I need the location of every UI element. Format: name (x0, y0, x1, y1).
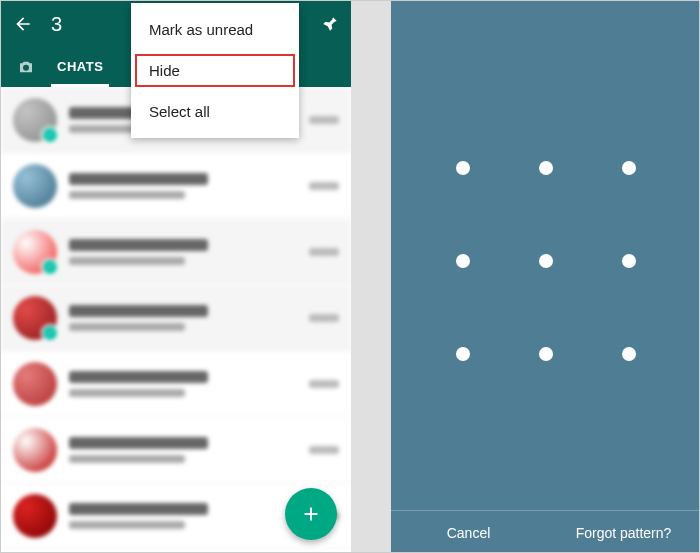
pattern-lock-screen: Cancel Forgot pattern? (391, 1, 700, 553)
tab-chats[interactable]: CHATS (51, 47, 109, 87)
menu-item-select-all[interactable]: Select all (131, 91, 299, 132)
chat-app-screen: 3 CHATS (1, 1, 351, 553)
pattern-dot[interactable] (539, 254, 553, 268)
selected-check-icon (41, 324, 59, 342)
chat-row[interactable] (1, 219, 351, 285)
selected-check-icon (41, 258, 59, 276)
avatar (13, 362, 57, 406)
chat-row[interactable] (1, 285, 351, 351)
pattern-dot[interactable] (456, 254, 470, 268)
avatar (13, 98, 57, 142)
pattern-dot[interactable] (622, 347, 636, 361)
pattern-dot[interactable] (456, 347, 470, 361)
selected-check-icon (41, 126, 59, 144)
selection-count: 3 (51, 13, 62, 36)
pattern-dot[interactable] (539, 347, 553, 361)
chat-row[interactable] (1, 417, 351, 483)
chat-row[interactable] (1, 153, 351, 219)
menu-item-mark-unread[interactable]: Mark as unread (131, 9, 299, 50)
avatar (13, 428, 57, 472)
menu-item-hide[interactable]: Hide (131, 50, 299, 91)
cancel-button[interactable]: Cancel (391, 511, 546, 553)
avatar (13, 296, 57, 340)
chat-row[interactable] (1, 351, 351, 417)
pin-icon[interactable] (321, 15, 339, 33)
pattern-dot[interactable] (456, 161, 470, 175)
forgot-pattern-button[interactable]: Forgot pattern? (546, 511, 700, 553)
chat-list (1, 87, 351, 553)
lock-footer: Cancel Forgot pattern? (391, 510, 700, 553)
pattern-dot[interactable] (622, 254, 636, 268)
back-arrow-icon[interactable] (13, 14, 33, 34)
pattern-grid[interactable] (391, 121, 700, 401)
avatar (13, 494, 57, 538)
pattern-dot[interactable] (539, 161, 553, 175)
context-menu: Mark as unread Hide Select all (131, 3, 299, 138)
new-chat-fab[interactable] (285, 488, 337, 540)
avatar (13, 230, 57, 274)
camera-icon[interactable] (1, 58, 51, 76)
pattern-dot[interactable] (622, 161, 636, 175)
screenshot-separator (351, 1, 391, 553)
avatar (13, 164, 57, 208)
